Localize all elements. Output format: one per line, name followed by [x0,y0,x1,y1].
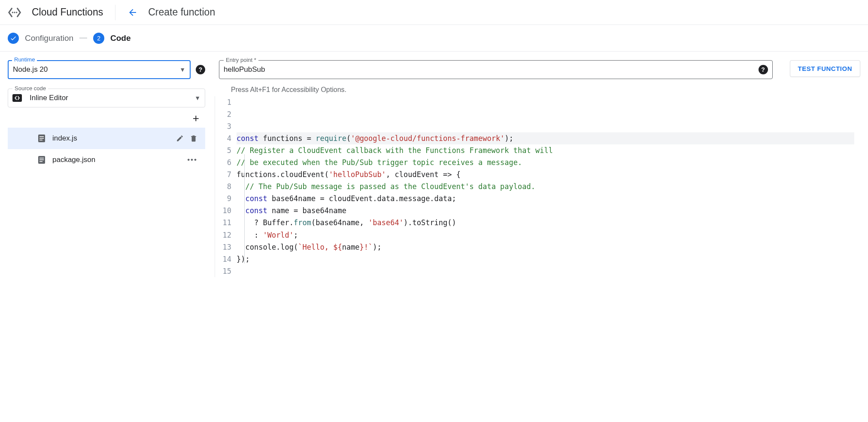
line-gutter: 123456789101112131415 [215,96,237,277]
source-code-select[interactable]: Source code Inline Editor ▼ [8,89,205,107]
runtime-help-icon[interactable]: ? [196,65,205,74]
indent-guide [244,154,245,263]
cloud-functions-logo-icon [8,6,21,18]
header: Cloud Functions Create function [0,0,868,25]
svg-rect-9 [39,159,44,160]
page-title: Create function [148,6,215,18]
edit-icon[interactable] [176,135,184,142]
accessibility-hint: Press Alt+F1 for Accessibility Options. [219,85,860,96]
file-icon [38,156,46,164]
entry-point-input[interactable] [224,65,755,74]
svg-rect-4 [39,136,44,137]
source-value: Inline Editor [30,94,194,102]
entry-point-help-icon[interactable]: ? [759,65,768,74]
entry-point-input-wrap[interactable]: Entry point * ? [219,60,773,79]
more-icon[interactable]: ••• [187,156,197,164]
svg-rect-8 [39,158,44,159]
source-label: Source code [12,85,48,92]
delete-icon[interactable] [190,135,197,142]
dropdown-arrow-icon: ▼ [179,66,185,73]
file-name: index.js [52,134,169,143]
step2-badge[interactable]: 2 [93,33,104,44]
file-icon [38,134,46,143]
code-content[interactable]: const functions = require('@google-cloud… [237,96,860,277]
stepper: Configuration 2 Code [0,25,868,52]
file-row[interactable]: package.json••• [8,149,205,171]
file-row[interactable]: index.js [8,128,205,149]
svg-rect-6 [39,140,42,141]
separator [115,5,115,20]
step1-label[interactable]: Configuration [25,34,73,43]
code-editor[interactable]: 123456789101112131415 const functions = … [215,96,860,277]
test-function-button[interactable]: TEST FUNCTION [790,60,861,77]
runtime-value: Node.js 20 [13,65,179,74]
runtime-label: Runtime [12,56,37,63]
add-file-icon[interactable]: + [193,112,199,125]
product-title: Cloud Functions [32,6,103,18]
svg-point-1 [14,12,15,13]
file-name: package.json [52,156,180,164]
inline-editor-icon [12,94,22,102]
step-connector [79,38,87,38]
entry-point-label: Entry point * [224,57,258,63]
svg-rect-5 [39,138,44,139]
svg-point-2 [16,12,17,13]
back-arrow-icon[interactable] [127,7,138,18]
step1-check-icon[interactable] [8,33,19,44]
step2-label[interactable]: Code [110,34,131,43]
svg-rect-10 [39,161,42,162]
runtime-select[interactable]: Node.js 20 ▼ [8,60,191,79]
dropdown-arrow-icon: ▼ [194,95,200,101]
svg-point-0 [12,12,13,13]
